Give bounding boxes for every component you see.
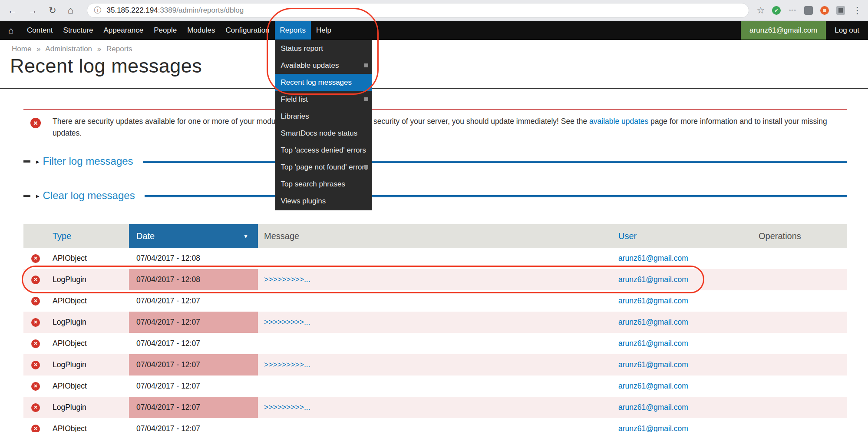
address-bar[interactable]: ⓘ 35.185.222.194:3389/admin/reports/dblo…: [87, 3, 749, 18]
log-user-link[interactable]: arunz61@gmail.com: [618, 360, 688, 369]
toolbar-item-structure[interactable]: Structure: [58, 21, 99, 40]
menu-item-libraries[interactable]: Libraries: [275, 108, 372, 125]
column-header-operations: Operations: [757, 224, 847, 248]
menu-item-field-list[interactable]: Field list: [275, 91, 372, 108]
log-user-link[interactable]: arunz61@gmail.com: [618, 339, 688, 348]
error-severity-icon: ✕: [31, 361, 40, 369]
table-row: ✕ APIObject 07/04/2017 - 12:08 arunz61@g…: [23, 248, 847, 269]
back-icon[interactable]: ←: [8, 6, 17, 15]
menu-item-recent-log-messages[interactable]: Recent log messages: [275, 74, 372, 91]
log-message-link[interactable]: >>>>>>>>>...: [264, 318, 310, 327]
collapsed-arrow-icon: ▸: [36, 193, 40, 199]
log-user-link[interactable]: arunz61@gmail.com: [618, 254, 688, 263]
bookmark-star-icon[interactable]: ☆: [757, 5, 765, 16]
log-user-link[interactable]: arunz61@gmail.com: [618, 296, 688, 306]
logout-button[interactable]: Log out: [826, 21, 868, 40]
security-warning-message: There are security updates available for…: [53, 116, 828, 139]
error-severity-icon: ✕: [31, 318, 40, 327]
extension-check-icon[interactable]: ✓: [772, 6, 781, 15]
breadcrumb-administration[interactable]: Administration: [45, 45, 92, 53]
log-date-cell: 07/04/2017 - 12:08: [129, 248, 258, 269]
menu-item-available-updates[interactable]: Available updates: [275, 57, 372, 74]
extension-dots-icon[interactable]: •••: [788, 6, 797, 15]
log-user-cell: arunz61@gmail.com: [614, 376, 757, 397]
log-date-cell: 07/04/2017 - 12:07: [129, 376, 258, 397]
url-port: :3389: [158, 6, 177, 15]
log-type-cell: LogPlugin: [48, 354, 129, 376]
menu-item-top-access-denied[interactable]: Top 'access denied' errors: [275, 142, 372, 159]
menu-item-top-search-phrases[interactable]: Top search phrases: [275, 176, 372, 193]
reload-icon[interactable]: ↻: [49, 6, 56, 15]
menu-item-top-page-not-found[interactable]: Top 'page not found' errors: [275, 159, 372, 176]
toolbar-item-people[interactable]: People: [149, 21, 182, 40]
menu-item-smartdocs-node-status[interactable]: SmartDocs node status: [275, 125, 372, 142]
page-info-icon[interactable]: ⓘ: [94, 5, 102, 15]
toolbar-item-configuration[interactable]: Configuration: [220, 21, 274, 40]
error-message-border: [23, 109, 847, 110]
log-user-cell: arunz61@gmail.com: [614, 312, 757, 333]
breadcrumb-reports[interactable]: Reports: [106, 45, 132, 53]
sort-desc-icon: ▼: [243, 233, 248, 239]
reports-dropdown-menu: Status report Available updates Recent l…: [275, 40, 372, 210]
log-user-cell: arunz61@gmail.com: [614, 248, 757, 269]
update-badge-icon: [364, 165, 368, 169]
log-date-cell: 07/04/2017 - 12:07: [129, 418, 258, 432]
table-row: ✕ APIObject 07/04/2017 - 12:07 arunz61@g…: [23, 376, 847, 397]
browser-home-icon[interactable]: ⌂: [68, 5, 74, 15]
severity-cell: ✕: [23, 333, 48, 354]
log-type-cell: APIObject: [48, 376, 129, 397]
severity-cell: ✕: [23, 290, 48, 312]
account-menu[interactable]: arunz61@gmail.com: [741, 21, 826, 40]
log-message-cell: [258, 290, 614, 312]
log-user-link[interactable]: arunz61@gmail.com: [618, 318, 688, 327]
log-type-cell: LogPlugin: [48, 269, 129, 290]
extension-icon-3[interactable]: [836, 6, 845, 15]
table-row: ✕ LogPlugin 07/04/2017 - 12:07 >>>>>>>>>…: [23, 397, 847, 418]
log-type-cell: APIObject: [48, 290, 129, 312]
severity-cell: ✕: [23, 248, 48, 269]
log-message-link[interactable]: >>>>>>>>>...: [264, 360, 310, 369]
toolbar-item-content[interactable]: Content: [22, 21, 58, 40]
menu-item-views-plugins[interactable]: Views plugins: [275, 193, 372, 209]
log-message-link[interactable]: >>>>>>>>>...: [264, 275, 310, 284]
toolbar-item-modules[interactable]: Modules: [182, 21, 220, 40]
fieldset-marker: [23, 195, 30, 197]
log-type-cell: LogPlugin: [48, 312, 129, 333]
severity-cell: ✕: [23, 397, 48, 418]
error-severity-icon: ✕: [31, 403, 40, 412]
clear-log-messages-toggle[interactable]: Clear log messages: [43, 189, 135, 202]
browser-overflow-menu-icon[interactable]: ⋮: [853, 5, 862, 16]
drupal-home-icon[interactable]: ⌂: [0, 21, 22, 40]
update-badge-icon: [364, 63, 368, 67]
table-row: ✕ APIObject 07/04/2017 - 12:07 arunz61@g…: [23, 290, 847, 312]
severity-cell: ✕: [23, 354, 48, 376]
toolbar-item-appearance[interactable]: Appearance: [99, 21, 149, 40]
admin-toolbar: ⌂ Content Structure Appearance People Mo…: [0, 21, 868, 40]
column-header-date[interactable]: Date ▼: [129, 224, 258, 248]
log-user-link[interactable]: arunz61@gmail.com: [618, 403, 688, 412]
filter-log-messages-toggle[interactable]: Filter log messages: [43, 155, 133, 167]
menu-item-status-report[interactable]: Status report: [275, 40, 372, 57]
breadcrumb-home[interactable]: Home: [12, 45, 31, 53]
table-row: ✕ LogPlugin 07/04/2017 - 12:07 >>>>>>>>>…: [23, 312, 847, 333]
extension-icon-2[interactable]: [820, 6, 829, 15]
forward-icon[interactable]: →: [28, 6, 37, 15]
log-operations-cell: [757, 376, 847, 397]
log-type-cell: APIObject: [48, 418, 129, 432]
log-message-link[interactable]: >>>>>>>>>...: [264, 403, 310, 412]
toolbar-item-reports[interactable]: Reports Status report Available updates …: [275, 21, 311, 40]
log-user-link[interactable]: arunz61@gmail.com: [618, 424, 688, 432]
severity-cell: ✕: [23, 376, 48, 397]
available-updates-link[interactable]: available updates: [589, 117, 648, 126]
column-header-user[interactable]: User: [614, 224, 757, 248]
column-header-message: Message: [258, 224, 614, 248]
toolbar-item-help[interactable]: Help: [311, 21, 337, 40]
extension-icon-1[interactable]: [804, 6, 813, 15]
icon-column-header: [23, 224, 48, 248]
column-header-type[interactable]: Type: [48, 224, 129, 248]
log-user-link[interactable]: arunz61@gmail.com: [618, 382, 688, 391]
log-user-link[interactable]: arunz61@gmail.com: [618, 275, 688, 284]
log-user-cell: arunz61@gmail.com: [614, 397, 757, 418]
screen: ← → ↻ ⌂ ⓘ 35.185.222.194:3389/admin/repo…: [0, 0, 868, 432]
log-operations-cell: [757, 290, 847, 312]
